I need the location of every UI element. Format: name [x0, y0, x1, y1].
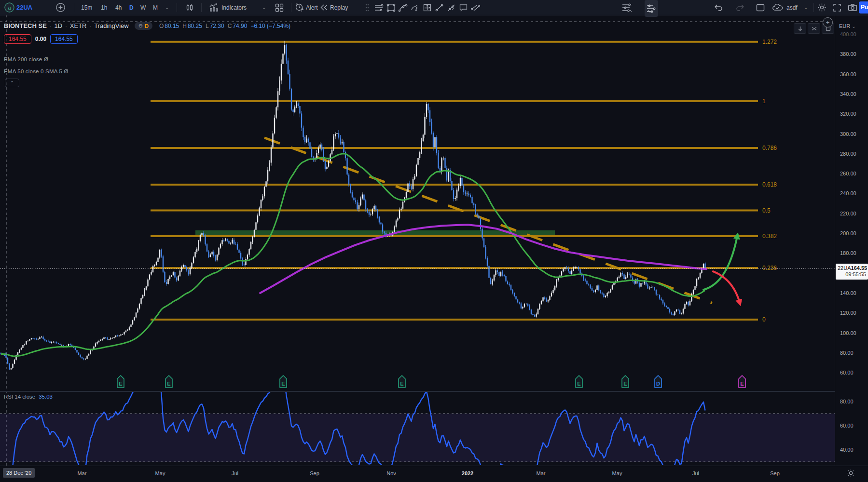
price-tick: 260.00 [840, 171, 856, 176]
event-marker-E[interactable]: E [576, 375, 582, 388]
tradingview-app: { "toolbar": { "symbol": "22UA", "interv… [0, 0, 868, 482]
alert-clock-icon[interactable] [295, 0, 304, 15]
price-tick: 360.00 [840, 71, 856, 77]
divider [751, 3, 751, 12]
drag-handle-icon[interactable] [365, 0, 369, 15]
time-tick-May: May [155, 470, 165, 476]
svg-text:E: E [740, 381, 744, 387]
chart-canvas[interactable]: 1.27210.7860.6180.50.3820.2360EEEEEEDE [0, 0, 868, 482]
interval-menu-chevron-icon[interactable]: ⌄ [165, 0, 169, 15]
curve-tool-icon[interactable] [399, 0, 408, 15]
rsi-band [0, 414, 835, 462]
layout-menu-chevron-icon[interactable]: ⌄ [804, 0, 808, 15]
favorite-drawing-b-icon[interactable] [645, 0, 658, 17]
time-tick-2022: 2022 [462, 470, 473, 476]
price-tick: 180.00 [840, 250, 856, 256]
multi-line-tool-icon[interactable] [447, 0, 456, 15]
chart-legend-header[interactable]: BIONTECH SE · 1D · XETR · TradingView ⊖ … [4, 22, 290, 30]
event-marker-E[interactable]: E [117, 375, 124, 388]
price-tick: 60.00 [840, 370, 854, 375]
broker-avatar[interactable]: a [4, 0, 14, 15]
save-layout-square-icon[interactable] [756, 0, 765, 15]
publish-button[interactable]: Publish [859, 1, 868, 13]
market-status-pill[interactable]: ⊖ D [135, 22, 152, 30]
price-tick: 240.00 [840, 190, 856, 196]
price-tick: 220.00 [840, 211, 856, 216]
screenshot-camera-icon[interactable] [848, 0, 857, 15]
rectangle-tool-icon[interactable] [386, 0, 396, 15]
add-alert-plus-icon[interactable]: + [823, 17, 833, 27]
undo-icon[interactable] [714, 0, 723, 15]
svg-text:E: E [577, 381, 580, 387]
interval-M[interactable]: M [153, 0, 158, 15]
settings-gear-icon[interactable] [817, 0, 827, 15]
interval-15m[interactable]: 15m [81, 0, 92, 15]
interval-D[interactable]: D [129, 0, 134, 15]
prev-price-box[interactable]: 164.55 [50, 34, 78, 44]
alert-button[interactable]: Alert [306, 0, 318, 15]
svg-text:E: E [281, 381, 285, 387]
rsi-tick: 80.00 [840, 399, 854, 404]
event-marker-E[interactable]: E [622, 375, 629, 388]
replay-icon[interactable] [320, 0, 328, 15]
theme-sun-icon[interactable] [847, 469, 855, 479]
descending-trendline [264, 138, 712, 303]
rsi-legend[interactable]: RSI 14 close35.03 [4, 394, 53, 400]
indicators-button[interactable]: Indicators [221, 0, 247, 15]
collapse-legend-button[interactable]: ⌃ [5, 79, 19, 87]
brush-tool-icon[interactable] [411, 0, 420, 15]
fib-level-label: 0.5 [762, 207, 771, 214]
trend-line-tool-icon[interactable] [435, 0, 444, 15]
add-symbol-icon[interactable] [56, 0, 65, 15]
svg-text:E: E [167, 381, 170, 387]
event-marker-E[interactable]: E [165, 375, 172, 388]
indicators-chevron-icon[interactable]: ⌄ [262, 0, 266, 15]
legend-interval[interactable]: 1D [55, 22, 63, 29]
candle-wicks-down [1, 44, 705, 370]
legend-platform: TradingView [94, 22, 129, 29]
layout-grid-icon[interactable] [275, 0, 284, 15]
currency-dropdown[interactable]: EUR ⌄ [839, 23, 856, 29]
price-tick: 300.00 [840, 131, 856, 137]
last-price-box[interactable]: 164.55 [4, 34, 31, 44]
chart-style-candles-icon[interactable] [185, 0, 194, 15]
interval-1h[interactable]: 1h [101, 0, 107, 15]
event-marker-E[interactable]: E [399, 375, 405, 388]
scroll-to-recent-icon[interactable] [794, 23, 806, 34]
replay-button[interactable]: Replay [330, 0, 348, 15]
layout-name[interactable]: asdf [786, 0, 798, 15]
horizontal-line-tool-icon[interactable] [374, 0, 384, 15]
symbol-title[interactable]: BIONTECH SE [4, 22, 47, 29]
event-marker-E[interactable]: E [280, 375, 287, 388]
event-marker-D[interactable]: D [655, 375, 661, 388]
fib-level-label: 0 [762, 316, 766, 323]
time-scale[interactable]: 28 Dec '20 MarMayJulSepNov2022MarMayJulS… [0, 466, 868, 482]
interval-W[interactable]: W [140, 0, 146, 15]
price-tick: 100.00 [840, 330, 856, 336]
symbol-search-button[interactable]: 22UA [16, 0, 32, 15]
interval-4h[interactable]: 4h [115, 0, 122, 15]
candle-bodies-up [2, 45, 704, 369]
candle-wicks-up [3, 41, 704, 370]
fib-level-label: 0.618 [762, 181, 777, 188]
projection-tool-icon[interactable] [423, 0, 432, 15]
indicators-icon[interactable] [209, 0, 219, 15]
redo-icon[interactable] [735, 0, 745, 15]
favorite-drawing-a-icon[interactable] [621, 0, 632, 15]
fib-level-label: 1.272 [762, 39, 777, 45]
indicator-legend-ema200[interactable]: EMA 200 close Ø [4, 56, 48, 62]
divider [177, 3, 177, 12]
price-scale[interactable]: EUR ⌄ 400.00380.00360.00340.00320.00300.… [835, 15, 868, 466]
parallel-channel-tool-icon[interactable] [471, 0, 480, 15]
fullscreen-icon[interactable] [833, 0, 841, 15]
fib-level-label: 0.786 [762, 145, 777, 151]
indicator-legend-ema50-sma5[interactable]: EMA 50 close 0 SMA 5 Ø [4, 68, 69, 74]
event-marker-E[interactable]: E [739, 375, 745, 388]
comment-tool-icon[interactable] [459, 0, 468, 15]
fib-level-label: 0.382 [762, 233, 777, 240]
rsi-tick: 60.00 [840, 423, 854, 428]
down-arrowhead [736, 299, 742, 306]
close-pane-icon[interactable] [808, 23, 820, 34]
cloud-save-icon[interactable] [772, 0, 784, 15]
up-arrow [703, 236, 737, 290]
